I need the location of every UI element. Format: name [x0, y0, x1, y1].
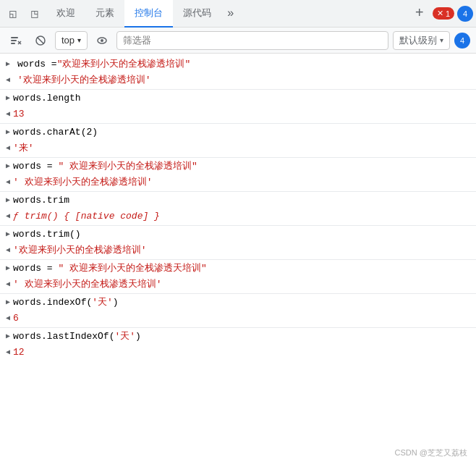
svg-line-6 — [38, 37, 44, 43]
tab-console[interactable]: 控制台 — [124, 0, 173, 28]
context-selector[interactable]: top ▾ — [55, 31, 88, 50]
expand-arrow[interactable]: ▶ — [6, 261, 10, 276]
console-line: ◀ 12 — [0, 345, 476, 361]
expand-arrow[interactable]: ◀ — [6, 345, 10, 360]
level-label: 默认级别 — [399, 34, 437, 47]
expand-arrow[interactable]: ◀ — [6, 141, 10, 156]
console-input-text: words = " 欢迎来到小天的全栈渗透天培训" — [13, 261, 207, 276]
context-arrow-icon: ▾ — [77, 36, 81, 44]
block-icon[interactable] — [30, 30, 51, 51]
level-arrow-icon: ▾ — [440, 36, 443, 44]
message-count-badge: 4 — [454, 33, 470, 49]
expand-arrow[interactable]: ▶ — [6, 57, 10, 72]
context-label: top — [61, 35, 75, 46]
separator — [0, 293, 476, 294]
eye-icon — [96, 35, 108, 46]
tab-sources[interactable]: 源代码 — [173, 0, 221, 28]
console-output-text: 6 — [13, 311, 19, 326]
separator — [0, 123, 476, 124]
console-line: ◀ 6 — [0, 311, 476, 327]
console-input-text: words.lastIndexOf('天') — [13, 329, 141, 344]
console-input-text: words.trim() — [13, 227, 81, 242]
expand-arrow[interactable]: ▶ — [6, 227, 10, 242]
console-line: ◀ '来' — [0, 140, 476, 156]
console-output-text: ' 欢迎来到小天的全栈渗透天培训' — [13, 277, 161, 292]
tab-welcome[interactable]: 欢迎 — [46, 0, 85, 28]
expand-arrow[interactable]: ▶ — [6, 125, 10, 140]
expand-arrow[interactable]: ▶ — [6, 295, 10, 310]
eye-button[interactable] — [92, 30, 112, 51]
console-line: ▶ words = " 欢迎来到小天的全栈渗透天培训" — [0, 261, 476, 277]
separator — [0, 225, 476, 226]
error-badge[interactable]: ✕ 1 — [433, 7, 454, 20]
console-output-text: '欢迎来到小天的全栈渗透培训' — [17, 73, 151, 88]
console-line: ▶ words.trim — [0, 193, 476, 209]
separator — [0, 259, 476, 260]
error-icon: ✕ — [437, 9, 443, 18]
tab-bar: ◱ ◳ 欢迎 元素 控制台 源代码 » + ✕ 1 4 — [0, 0, 476, 28]
expand-arrow[interactable]: ▶ — [6, 329, 10, 344]
devtools-icon-1[interactable]: ◱ — [3, 4, 23, 24]
no-icon — [35, 35, 46, 46]
console-output-text: 13 — [13, 107, 25, 122]
expand-arrow[interactable]: ▶ — [6, 91, 10, 106]
separator — [0, 327, 476, 328]
console-input-text: words ="欢迎来到小天的全栈渗透培训" — [17, 57, 190, 72]
clear-icon — [10, 35, 22, 46]
filter-input[interactable] — [116, 31, 388, 50]
console-area: ▶ words ="欢迎来到小天的全栈渗透培训" ◀ '欢迎来到小天的全栈渗透培… — [0, 54, 476, 467]
console-input-text: words.charAt(2) — [13, 125, 98, 140]
devtools-icon-2[interactable]: ◳ — [25, 4, 45, 24]
expand-arrow[interactable]: ◀ — [6, 107, 10, 122]
svg-rect-2 — [11, 43, 15, 44]
console-line: ▶ words.length — [0, 91, 476, 106]
console-input-text: words.indexOf('天') — [13, 295, 119, 310]
console-output-text: ƒ trim() { [native code] } — [13, 209, 160, 224]
clear-console-button[interactable] — [6, 30, 26, 51]
tab-elements[interactable]: 元素 — [85, 0, 124, 28]
expand-arrow[interactable]: ◀ — [6, 73, 10, 88]
separator — [0, 191, 476, 192]
console-line: ◀ 13 — [0, 106, 476, 122]
expand-arrow[interactable]: ◀ — [6, 311, 10, 326]
level-selector[interactable]: 默认级别 ▾ — [393, 31, 450, 50]
expand-arrow[interactable]: ◀ — [6, 277, 10, 292]
console-output-text: '来' — [13, 141, 34, 156]
svg-rect-0 — [11, 37, 18, 38]
console-output-text: 12 — [13, 345, 25, 360]
expand-arrow[interactable]: ◀ — [6, 209, 10, 224]
console-toolbar: top ▾ 默认级别 ▾ 4 — [0, 28, 476, 54]
expand-arrow[interactable]: ◀ — [6, 243, 10, 258]
console-line: ▶ words.trim() — [0, 227, 476, 243]
expand-arrow[interactable]: ▶ — [6, 193, 10, 208]
expand-arrow[interactable]: ▶ — [6, 159, 10, 174]
console-output-text: '欢迎来到小天的全栈渗透培训' — [13, 243, 147, 258]
console-line: ◀ '欢迎来到小天的全栈渗透培训' — [0, 72, 476, 88]
console-line: ▶ words.indexOf('天') — [0, 295, 476, 311]
error-count: 1 — [446, 9, 450, 18]
console-line: ▶ words.lastIndexOf('天') — [0, 329, 476, 345]
console-input-text: words = " 欢迎来到小天的全栈渗透培训" — [13, 159, 197, 174]
console-wrapper: ▶ words ="欢迎来到小天的全栈渗透培训" ◀ '欢迎来到小天的全栈渗透培… — [0, 54, 476, 467]
console-line: ▶ words.charAt(2) — [0, 125, 476, 140]
console-input-text: words.trim — [13, 193, 69, 208]
console-line: ◀ ƒ trim() { [native code] } — [0, 209, 476, 224]
console-line: ◀ ' 欢迎来到小天的全栈渗透天培训' — [0, 277, 476, 293]
console-line: ▶ words = " 欢迎来到小天的全栈渗透培训" — [0, 159, 476, 174]
chat-badge[interactable]: 4 — [457, 6, 473, 22]
separator — [0, 157, 476, 158]
tab-actions: + ✕ 1 4 — [409, 4, 473, 24]
console-line: ◀ ' 欢迎来到小天的全栈渗透培训' — [0, 174, 476, 190]
svg-point-8 — [101, 39, 103, 42]
console-input-text: words.length — [13, 91, 81, 106]
add-tab-button[interactable]: + — [409, 4, 430, 24]
console-line: ◀ '欢迎来到小天的全栈渗透培训' — [0, 243, 476, 258]
svg-rect-1 — [11, 40, 17, 41]
tab-more[interactable]: » — [221, 3, 240, 25]
app-container: ◱ ◳ 欢迎 元素 控制台 源代码 » + ✕ 1 4 — [0, 0, 476, 467]
separator — [0, 89, 476, 90]
expand-arrow[interactable]: ◀ — [6, 175, 10, 190]
watermark: CSDN @芝芝又荔枝 — [395, 447, 467, 458]
console-line: ▶ words ="欢迎来到小天的全栈渗透培训" — [0, 56, 476, 72]
console-output-text: ' 欢迎来到小天的全栈渗透培训' — [13, 175, 152, 190]
